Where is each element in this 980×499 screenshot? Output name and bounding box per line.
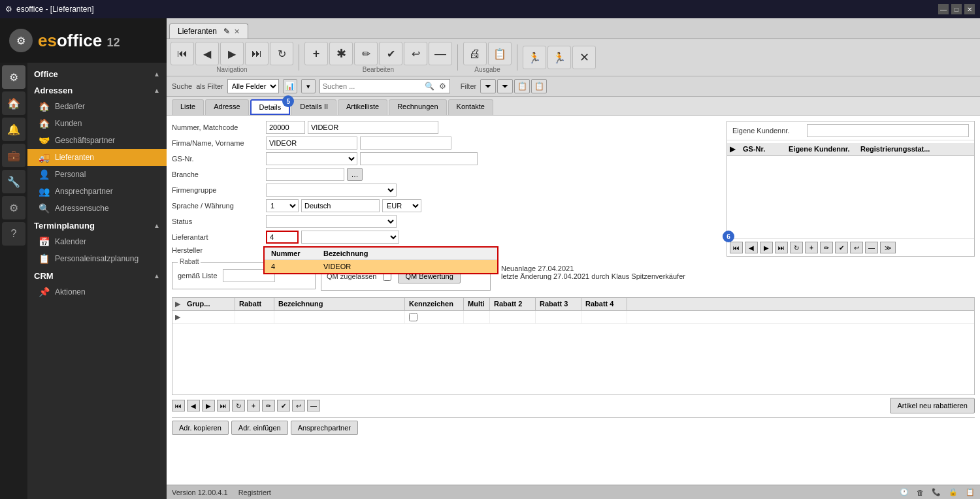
sidebar-item-ansprechpartner[interactable]: 👥 Ansprechpartner [27,183,167,200]
section-office[interactable]: Office ▲ [27,65,167,82]
ansprechpartner-btn[interactable]: Ansprechpartner [291,421,358,435]
table-edit-btn[interactable]: ✏ [262,400,275,411]
table-save-btn[interactable]: ✔ [277,400,290,411]
right-cancel-btn[interactable]: ↩ [850,242,863,253]
sidebar-item-kalender[interactable]: 📅 Kalender [27,233,167,250]
search-submit-icon[interactable]: 🔍 [423,80,436,93]
sidebar-item-personal[interactable]: 👤 Personal [27,166,167,183]
tab-rechnungen[interactable]: Rechnungen [389,99,446,115]
run2-btn[interactable]: 🏃 [547,46,571,69]
last-btn[interactable]: ⏭ [245,42,269,65]
tab-details[interactable]: Details 5 [250,99,291,115]
adr-einfuegen-btn[interactable]: Adr. einfügen [231,421,288,435]
sidebar-item-adressensuche[interactable]: 🔍 Adressensuche [27,200,167,217]
waehrung-select[interactable]: EUR [382,199,421,212]
table-delete-btn[interactable]: — [307,400,320,411]
tab-details2[interactable]: Details II [291,99,336,115]
branche-browse-btn[interactable]: … [347,168,363,181]
right-save-btn[interactable]: ✔ [835,242,848,253]
table-cancel-btn[interactable]: ↩ [292,400,305,411]
right-edit-btn[interactable]: ✏ [820,242,833,253]
run1-btn[interactable]: 🏃 [523,46,546,69]
window-close-btn[interactable]: ✕ [964,4,975,14]
eigene-kundennr-input[interactable] [807,124,969,137]
prev-btn[interactable]: ◀ [195,42,219,65]
table-refresh-btn[interactable]: ↻ [232,400,245,411]
tab-lieferanten[interactable]: Lieferanten ✎ ✕ [169,24,248,39]
lieferantart-input[interactable] [266,231,299,244]
tab-liste[interactable]: Liste [172,99,204,115]
delete-btn[interactable]: — [429,42,452,65]
sidebar-item-geschaeftspartner[interactable]: 🤝 Geschäftspartner [27,132,167,149]
tab-adresse[interactable]: Adresse [205,99,248,115]
gsnr-input[interactable] [360,152,478,165]
close-form-btn[interactable]: ✕ [572,46,596,69]
sidebar-item-lieferanten[interactable]: 🚚 Lieferanten [27,149,167,166]
cancel-btn[interactable]: ↩ [404,42,427,65]
filter-view2-icon[interactable]: 📋 [531,79,547,93]
right-first-btn[interactable]: ⏮ [730,242,743,253]
print-btn[interactable]: 🖨 [463,42,487,65]
sprache-select[interactable]: 1 [266,199,299,212]
right-next-btn[interactable]: ▶ [760,242,773,253]
refresh-btn[interactable]: ↻ [270,42,293,65]
sidebar-icon-gear[interactable]: ⚙ [2,196,25,219]
maximize-btn[interactable]: □ [951,4,962,14]
sidebar-icon-bell[interactable]: 🔔 [2,118,25,141]
filter-funnel-icon[interactable]: ⏷ [480,79,496,93]
right-add-btn[interactable]: + [805,242,818,253]
right-last-btn[interactable]: ⏭ [775,242,788,253]
right-prev-btn[interactable]: ◀ [745,242,758,253]
right-delete-btn[interactable]: — [865,242,878,253]
save-btn[interactable]: ✔ [379,42,402,65]
minimize-btn[interactable]: — [938,4,949,14]
new-btn[interactable]: + [304,42,328,65]
table-prev-btn[interactable]: ◀ [187,400,200,411]
table-last-btn[interactable]: ⏭ [217,400,230,411]
edit-btn[interactable]: ✏ [354,42,378,65]
status-select[interactable] [266,215,397,228]
export-btn[interactable]: 📋 [488,42,512,65]
dropdown-row-videor[interactable]: 4 VIDEOR [265,260,497,273]
table-add-btn[interactable]: + [247,400,260,411]
lieferantart-select[interactable] [301,231,399,244]
firmengruppe-select[interactable] [266,184,397,197]
kennzeichen-checkbox[interactable] [409,313,417,321]
tab-kontakte[interactable]: Kontakte [448,99,493,115]
section-crm[interactable]: CRM ▲ [27,267,167,283]
sidebar-item-personaleinsatzplanung[interactable]: 📋 Personaleinsatzplanung [27,250,167,267]
search-field-select[interactable]: Alle Felder [227,79,279,93]
sprache-input[interactable] [301,199,380,212]
sidebar-icon-settings[interactable]: ⚙ [2,65,25,89]
artikel-neu-rabattieren-btn[interactable]: Artikel neu rabattieren [890,398,975,413]
filter-funnel2-icon[interactable]: ⏷ [497,79,513,93]
search-options-icon[interactable]: ⚙ [436,80,449,93]
filter-view1-icon[interactable]: 📋 [514,79,530,93]
section-adressen[interactable]: Adressen ▲ [27,82,167,98]
adr-kopieren-btn[interactable]: Adr. kopieren [172,421,229,435]
sidebar-icon-briefcase[interactable]: 💼 [2,144,25,167]
sidebar-item-kunden[interactable]: 🏠 Kunden [27,115,167,132]
first-btn[interactable]: ⏮ [171,42,194,65]
sidebar-icon-question[interactable]: ? [2,222,25,246]
gsnr-select[interactable] [266,152,357,165]
right-expand-btn[interactable]: ≫ [880,242,896,253]
sidebar-item-bedarfer[interactable]: 🏠 Bedarfer [27,98,167,115]
matchcode-input[interactable] [308,121,438,134]
next-btn[interactable]: ▶ [220,42,244,65]
search-dropdown-icon[interactable]: ▾ [301,79,316,93]
vorname-input[interactable] [360,137,451,150]
tab-edit-icon[interactable]: ✎ [223,27,230,36]
nummer-input[interactable] [266,121,305,134]
section-terminplanung[interactable]: Terminplanung ▲ [27,217,167,233]
table-next-btn[interactable]: ▶ [202,400,215,411]
branche-input[interactable] [266,168,344,181]
tab-artikelliste[interactable]: Artikelliste [338,99,387,115]
tab-close-btn[interactable]: ✕ [234,27,240,36]
table-first-btn[interactable]: ⏮ [172,400,185,411]
firma-input[interactable] [266,137,357,150]
sidebar-icon-tools[interactable]: 🔧 [2,170,25,193]
search-excel-icon[interactable]: 📊 [283,79,297,93]
search-input[interactable] [320,80,423,93]
copy-btn[interactable]: ✱ [329,42,353,65]
